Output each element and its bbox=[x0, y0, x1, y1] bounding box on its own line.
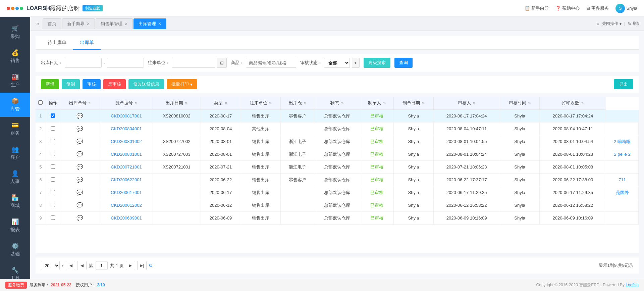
header-create-date[interactable]: 制单日期 ⇅ bbox=[393, 97, 433, 110]
footer-link[interactable]: Loafish bbox=[626, 283, 639, 287]
message-icon[interactable]: 💬 bbox=[76, 126, 83, 132]
collapse-tabs-btn[interactable]: « bbox=[34, 19, 42, 28]
outbound-no-link[interactable]: CKD200801002 bbox=[111, 139, 142, 144]
sidebar-item-purchase[interactable]: 🛒 采购 bbox=[0, 20, 30, 44]
row-checkbox[interactable] bbox=[51, 164, 55, 169]
row-checkbox[interactable] bbox=[51, 177, 55, 182]
copy-btn[interactable]: 复制 bbox=[62, 79, 80, 89]
export-btn[interactable]: 导出 bbox=[614, 79, 633, 89]
refresh-btn[interactable]: ↻ 刷新 bbox=[628, 21, 641, 27]
next-page-btn[interactable]: ▶ bbox=[126, 261, 135, 270]
message-icon[interactable]: 💬 bbox=[76, 190, 83, 195]
advanced-search-btn[interactable]: 高级搜索 bbox=[364, 58, 390, 68]
header-approve-time[interactable]: 审核时间 ⇅ bbox=[500, 97, 540, 110]
message-icon[interactable]: 💬 bbox=[76, 151, 83, 157]
more-services-btn[interactable]: ⊞ 更多服务 bbox=[586, 5, 609, 11]
sidebar-item-shop[interactable]: 🏪 商城 bbox=[0, 189, 30, 213]
sidebar-item-hr[interactable]: 👤 人事 bbox=[0, 165, 30, 189]
message-icon[interactable]: 💬 bbox=[76, 164, 83, 170]
tab-home[interactable]: 首页 bbox=[43, 18, 61, 29]
header-outbound-no[interactable]: 出库单号 ⇅ bbox=[60, 97, 100, 110]
sidebar-item-finance[interactable]: 💳 财务 bbox=[0, 117, 30, 141]
header-source-no[interactable]: 源单据号 ⇅ bbox=[100, 97, 153, 110]
row-checkbox[interactable] bbox=[51, 113, 55, 118]
modify-delivery-btn[interactable]: 修改送货信息 bbox=[128, 79, 164, 89]
row-status: 已审核 bbox=[360, 199, 393, 212]
message-icon[interactable]: 💬 bbox=[76, 113, 83, 119]
message-icon[interactable]: 💬 bbox=[76, 139, 83, 144]
pagination-refresh-icon[interactable]: ↻ bbox=[149, 263, 153, 268]
expand-tabs-btn[interactable]: » bbox=[597, 21, 599, 27]
last-page-btn[interactable]: ▶| bbox=[137, 261, 147, 270]
page-size-select[interactable]: 20 50 100 bbox=[41, 261, 60, 270]
header-warehouse[interactable]: 出库仓 ⇅ bbox=[281, 97, 314, 110]
outbound-no-link[interactable]: CKD200804001 bbox=[111, 126, 142, 131]
row-extra-link[interactable]: 嗡嗡嗡 bbox=[618, 139, 631, 144]
outbound-no-link[interactable]: CKD200801001 bbox=[111, 152, 142, 157]
approve-btn[interactable]: 审核 bbox=[83, 79, 101, 89]
header-type[interactable]: 类型 ⇅ bbox=[201, 97, 241, 110]
row-extra-link[interactable]: 是国外 bbox=[616, 190, 629, 195]
print-count-link[interactable]: 2 bbox=[614, 152, 616, 157]
date-start-input[interactable] bbox=[65, 58, 102, 68]
message-icon[interactable]: 💬 bbox=[76, 215, 83, 221]
print-count-link[interactable]: 2 bbox=[614, 139, 616, 144]
outbound-no-link[interactable]: CKD200617001 bbox=[111, 190, 142, 195]
outbound-no-link[interactable]: CKD200609001 bbox=[111, 215, 142, 221]
sub-tab-pending[interactable]: 待出库单 bbox=[41, 36, 73, 50]
outbound-no-link[interactable]: CKD200721001 bbox=[111, 164, 142, 169]
sidebar-item-warehouse[interactable]: 📦 库管 bbox=[0, 93, 30, 117]
header-status[interactable]: 状态 ⇅ bbox=[314, 97, 360, 110]
header-date[interactable]: 出库日期 ⇅ bbox=[153, 97, 201, 110]
date-end-input[interactable] bbox=[107, 58, 144, 68]
sidebar-item-tools[interactable]: 🔧 工具 bbox=[0, 262, 30, 279]
select-all-checkbox[interactable] bbox=[38, 100, 43, 105]
row-checkbox[interactable] bbox=[51, 126, 55, 131]
page-number-input[interactable] bbox=[96, 261, 108, 270]
query-btn[interactable]: 查询 bbox=[394, 58, 413, 68]
row-checkbox[interactable] bbox=[51, 215, 55, 220]
message-icon[interactable]: 💬 bbox=[76, 177, 83, 183]
status-dropdown-btn[interactable]: ▾ bbox=[352, 58, 360, 68]
first-page-btn[interactable]: |◀ bbox=[66, 261, 75, 270]
help-center-btn[interactable]: ❓ 帮助中心 bbox=[555, 5, 580, 11]
service-badge[interactable]: 服务缴费 bbox=[5, 282, 27, 289]
batch-print-btn[interactable]: 批量打印 ▾ bbox=[167, 79, 197, 89]
sub-tab-outbound[interactable]: 出库单 bbox=[73, 36, 101, 50]
tab-outbound[interactable]: 出库管理 ✕ bbox=[133, 18, 166, 29]
row-extra-link[interactable]: pelie 2 bbox=[618, 152, 631, 157]
prev-page-btn[interactable]: ◀ bbox=[77, 261, 87, 270]
add-btn[interactable]: 新增 bbox=[41, 79, 59, 89]
header-approver[interactable]: 审核人 ⇅ bbox=[433, 97, 500, 110]
header-print-count[interactable]: 打印次数 ⇅ bbox=[540, 97, 606, 110]
status-select[interactable]: 全部 已审核 未审核 bbox=[324, 58, 350, 68]
partner-input[interactable] bbox=[172, 58, 215, 68]
product-input[interactable] bbox=[246, 58, 296, 68]
outbound-no-link[interactable]: CKD200622001 bbox=[111, 177, 142, 182]
row-checkbox[interactable] bbox=[51, 203, 55, 207]
header-creator[interactable]: 制单人 ⇅ bbox=[360, 97, 393, 110]
sidebar-item-sales[interactable]: 💰 销售 bbox=[0, 44, 30, 68]
header-partner[interactable]: 往来单位 ⇅ bbox=[241, 97, 281, 110]
row-checkbox[interactable] bbox=[51, 190, 55, 194]
row-checkbox[interactable] bbox=[51, 152, 55, 156]
new-guide-btn[interactable]: 📋 新手向导 bbox=[525, 5, 549, 11]
tab-sales-order[interactable]: 销售单管理 ✕ bbox=[96, 18, 133, 29]
partner-search-icon-btn[interactable]: ⊞ bbox=[217, 58, 227, 68]
close-sales-tab[interactable]: ✕ bbox=[124, 21, 128, 26]
outbound-no-link[interactable]: CKD200817001 bbox=[111, 113, 142, 118]
outbound-no-link[interactable]: CKD200612002 bbox=[111, 203, 142, 208]
sidebar-item-basic[interactable]: ⚙️ 基础 bbox=[0, 238, 30, 262]
message-icon[interactable]: 💬 bbox=[76, 202, 83, 208]
tab-guide[interactable]: 新手向导 ✕ bbox=[62, 18, 95, 29]
sidebar-item-production[interactable]: 🏭 生产 bbox=[0, 68, 30, 93]
unapprove-btn[interactable]: 反审核 bbox=[103, 79, 126, 89]
print-count-link[interactable]: 711 bbox=[619, 177, 626, 182]
close-outbound-tab[interactable]: ✕ bbox=[158, 21, 161, 26]
close-ops-btn[interactable]: 关闭操作 ▾ bbox=[602, 21, 622, 27]
sidebar-item-report[interactable]: 📊 报表 bbox=[0, 213, 30, 238]
row-checkbox[interactable] bbox=[51, 139, 55, 143]
user-area[interactable]: S Shyla bbox=[615, 4, 637, 13]
close-guide-tab[interactable]: ✕ bbox=[87, 21, 90, 26]
sidebar-item-customer[interactable]: 👥 客户 bbox=[0, 141, 30, 165]
